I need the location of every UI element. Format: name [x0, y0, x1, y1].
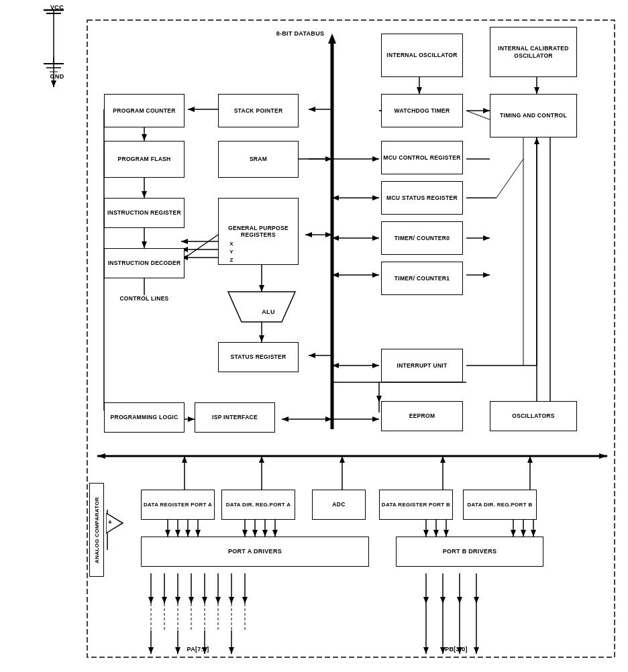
data-reg-porta-block: DATA REGISTER PORT A	[141, 490, 215, 520]
svg-marker-18	[309, 107, 315, 112]
svg-marker-171	[181, 239, 188, 244]
databus-label: 8-BIT DATABUS	[258, 28, 342, 39]
data-dir-portb-block: DATA DIR. REG.PORT B	[463, 490, 537, 520]
mcu-control-block: MCU CONTROL REGISTER	[381, 141, 463, 174]
interrupt-unit-block: INTERRUPT UNIT	[381, 349, 463, 382]
program-flash-block: PROGRAM FLASH	[104, 141, 185, 178]
svg-marker-59	[483, 235, 490, 241]
svg-marker-66	[372, 363, 379, 368]
instruction-decoder-block: INSTRUCTION DECODER	[104, 248, 185, 278]
internal-cal-oscillator-block: INTERNAL CALIBRATED OSCILLATOR	[490, 27, 577, 77]
data-reg-portb-block: DATA REGISTER PORT B	[379, 490, 453, 520]
timing-control-block: TIMING AND CONTROL	[490, 94, 577, 137]
svg-text:+: +	[108, 518, 112, 526]
svg-marker-34	[309, 353, 315, 358]
svg-marker-22	[142, 241, 147, 248]
svg-marker-30	[259, 285, 264, 292]
port-a-drivers-block: PORT A DRIVERS	[141, 537, 369, 567]
comparator-triangle: +	[106, 513, 126, 533]
vcc-label: VCC	[44, 3, 70, 11]
pa-label: PA[7:0]	[168, 644, 228, 655]
z-label: Z	[221, 256, 242, 264]
status-register-block: STATUS REGISTER	[218, 342, 299, 372]
svg-marker-16	[188, 107, 195, 112]
mcu-status-block: MCU STATUS REGISTER	[381, 181, 463, 215]
svg-marker-73	[599, 453, 607, 459]
timer-counter1-block: TIMER/ COUNTER1	[381, 262, 463, 295]
eeprom-block: EEPROM	[381, 401, 463, 431]
svg-marker-41	[372, 416, 379, 422]
svg-marker-187	[483, 108, 490, 113]
pb-label: PB[3:0]	[426, 644, 486, 655]
diagram-container: VCC GND 8-BIT DATABUS PROGRAM COUNTER ST…	[0, 0, 628, 672]
oscillators-block: OSCILLATORS	[490, 401, 577, 431]
x-label: X	[221, 240, 242, 247]
svg-marker-5	[51, 80, 56, 87]
svg-marker-56	[372, 235, 379, 241]
svg-marker-74	[97, 453, 105, 459]
program-counter-block: PROGRAM COUNTER	[104, 94, 185, 127]
analog-comparator-block: ANALOG COMPARATOR	[89, 483, 104, 577]
stack-pointer-block: STACK POINTER	[218, 94, 299, 127]
instruction-register-block: INSTRUCTION REGISTER	[104, 198, 185, 228]
data-dir-porta-block: DATA DIR. REG.PORT A	[221, 490, 295, 520]
alu-label: ALU	[238, 298, 299, 325]
svg-marker-38	[282, 416, 289, 422]
svg-marker-53	[372, 195, 379, 201]
timer-counter0-block: TIMER/ COUNTER0	[381, 221, 463, 255]
sram-block: SRAM	[218, 141, 299, 178]
svg-marker-36	[188, 416, 195, 422]
programming-logic-block: PROGRAMMING LOGIC	[104, 402, 185, 433]
internal-oscillator-block: INTERNAL OSCILLATOR	[381, 34, 463, 77]
svg-marker-61	[372, 272, 379, 278]
control-lines-label: CONTROL LINES	[107, 288, 181, 309]
isp-interface-block: ISP INTERFACE	[195, 402, 275, 433]
svg-marker-14	[142, 134, 147, 141]
svg-marker-46	[534, 87, 539, 94]
svg-marker-177	[305, 232, 312, 237]
adc-block: ADC	[312, 490, 366, 520]
svg-marker-32	[259, 335, 264, 342]
svg-marker-20	[142, 191, 147, 198]
gnd-label: GND	[44, 72, 70, 80]
port-b-drivers-block: PORT B DRIVERS	[396, 537, 543, 567]
y-label: Y	[221, 248, 242, 256]
watchdog-timer-block: WATCHDOG TIMER	[381, 94, 463, 127]
svg-marker-44	[417, 87, 422, 94]
svg-line-191	[496, 159, 523, 198]
svg-marker-64	[483, 272, 490, 278]
svg-marker-51	[372, 156, 379, 162]
